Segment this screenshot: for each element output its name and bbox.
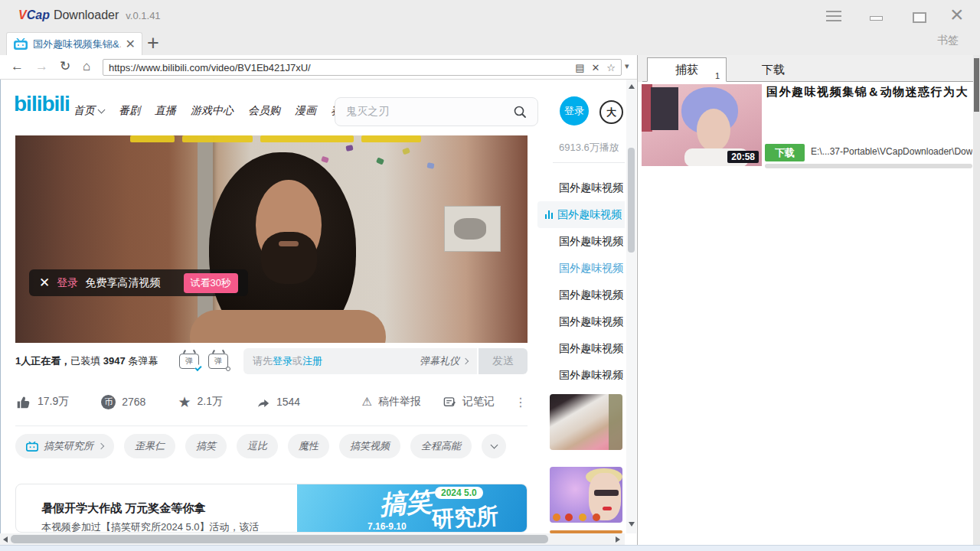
url-text[interactable]: https://www.bilibili.com/video/BV1Eb421J…: [109, 62, 568, 73]
bookmark-star-icon[interactable]: ☆: [606, 63, 616, 73]
danmaku-input[interactable]: 请先 登录 或 注册 弹幕礼仪: [243, 348, 477, 374]
star-icon: ★: [178, 395, 191, 409]
overlay-login-link[interactable]: 登录: [57, 276, 78, 290]
note-button[interactable]: 记笔记: [443, 395, 495, 409]
title-bar: VCapDownloaderv.0.1.41 × 书签 国外趣味视频集锦&… ✕…: [0, 0, 980, 55]
tab-capture[interactable]: 捕获 1: [647, 57, 727, 82]
more-options-icon[interactable]: ⋮: [514, 395, 528, 409]
danmaku-etiquette-link[interactable]: 弹幕礼仪: [420, 354, 468, 368]
new-tab-button[interactable]: +: [147, 32, 159, 54]
nav-item-shop[interactable]: 会员购: [248, 104, 280, 118]
search-icon[interactable]: [513, 105, 527, 119]
tags-row: 搞笑研究所 歪果仁 搞笑 逗比 魔性 搞笑视频 全程高能: [15, 434, 536, 458]
playlist-item[interactable]: 国外趣味视频: [537, 174, 625, 201]
tag-item[interactable]: 搞笑: [185, 434, 227, 458]
overlay-close-icon[interactable]: ✕: [39, 276, 50, 289]
video-player[interactable]: [15, 135, 528, 343]
capture-count-badge: 1: [715, 71, 720, 80]
chevron-down-icon: [490, 442, 498, 449]
playlist-item-watched[interactable]: 国外趣味视频: [537, 255, 625, 282]
danmaku-bar: 1人正在看，已装填 3947 条弹幕 弹 弹 请先 登录 或 注册 弹幕礼仪 发…: [15, 348, 528, 374]
panel-scrollbar[interactable]: [973, 55, 980, 545]
tag-item[interactable]: 魔性: [288, 434, 329, 458]
download-progress-track: [765, 164, 972, 168]
danmaku-toggle-icon[interactable]: 弹: [179, 354, 199, 369]
danmaku-placeholder: 请先: [253, 354, 273, 368]
bilibili-favicon-icon: [13, 38, 28, 51]
horizontal-scrollbar-thumb[interactable]: [11, 535, 548, 543]
video-person-shoulders: [190, 310, 386, 343]
playlist-item[interactable]: 国外趣味视频: [537, 362, 625, 380]
forward-button[interactable]: →: [35, 58, 48, 75]
nav-item-live[interactable]: 直播: [155, 104, 176, 118]
favorite-button[interactable]: ★ 2.1万: [178, 395, 223, 409]
brand-name: Downloader: [54, 8, 119, 21]
video-caption-remnant: [130, 135, 175, 142]
back-button[interactable]: ←: [11, 58, 24, 75]
thumbs-up-icon: [15, 394, 31, 409]
tag-item[interactable]: 歪果仁: [124, 434, 175, 458]
scroll-left-icon[interactable]: [3, 536, 8, 543]
panel-scrollbar-thumb[interactable]: [974, 58, 979, 112]
bilibili-logo[interactable]: bilibili: [14, 92, 70, 116]
nav-item-home[interactable]: 首页: [74, 104, 104, 118]
refresh-button[interactable]: ↻: [60, 58, 70, 75]
like-button[interactable]: 17.9万: [15, 394, 69, 409]
coin-button[interactable]: 币 2768: [101, 395, 145, 409]
stop-icon[interactable]: ✕: [591, 63, 599, 73]
playlist-item[interactable]: 国外趣味视频: [537, 282, 625, 308]
nav-item-manga[interactable]: 漫画: [295, 104, 316, 118]
home-button[interactable]: ⌂: [83, 58, 90, 75]
tags-expand-button[interactable]: [482, 434, 506, 458]
window-bottom-edge: [0, 545, 980, 551]
favorite-count: 2.1万: [197, 395, 222, 409]
close-tab-icon[interactable]: ✕: [126, 38, 136, 51]
danmaku-settings-icon[interactable]: 弹: [208, 354, 228, 369]
nav-item-game-center[interactable]: 游戏中心: [191, 104, 234, 118]
banner-description: 本视频参加过【搞笑研究所2024 5.0】活动，该活: [41, 520, 260, 533]
url-dropdown-icon[interactable]: ▾: [625, 61, 629, 71]
now-playing-icon: [545, 210, 553, 219]
nav-item-anime[interactable]: 番剧: [119, 104, 140, 118]
scroll-right-icon[interactable]: [616, 536, 620, 543]
related-video-thumbnail[interactable]: [550, 394, 622, 450]
minimize-button[interactable]: [870, 16, 883, 21]
chevron-right-icon: [462, 358, 469, 364]
search-box[interactable]: 鬼灭之刃: [335, 97, 538, 126]
close-window-button[interactable]: ×: [950, 2, 964, 28]
activity-banner[interactable]: 暑假开学大作战 万元奖金等你拿 本视频参加过【搞笑研究所2024 5.0】活动，…: [15, 484, 528, 533]
playlist-item[interactable]: 国外趣味视频: [537, 228, 625, 255]
share-button[interactable]: 1544: [255, 395, 300, 409]
danmaku-login-link[interactable]: 登录: [273, 354, 292, 368]
trial-button[interactable]: 试看30秒: [184, 273, 238, 293]
hamburger-menu-icon[interactable]: [826, 11, 841, 21]
coin-count: 2768: [122, 396, 145, 408]
save-page-icon[interactable]: ▤: [575, 63, 584, 73]
scroll-down-icon[interactable]: [629, 522, 635, 527]
vertical-scrollbar-thumb[interactable]: [628, 148, 635, 253]
note-icon: [443, 396, 456, 409]
related-video-thumbnail[interactable]: [550, 467, 622, 523]
report-button[interactable]: ⚠ 稿件举报: [362, 395, 421, 409]
send-button[interactable]: 发送: [479, 348, 528, 374]
tab-download[interactable]: 下载: [727, 57, 820, 82]
vip-icon[interactable]: 大: [599, 100, 623, 124]
browser-tab[interactable]: 国外趣味视频集锦&… ✕: [6, 32, 142, 55]
tag-studio[interactable]: 搞笑研究所: [15, 434, 114, 458]
tag-item[interactable]: 搞笑视频: [339, 434, 400, 458]
danmaku-register-link[interactable]: 注册: [302, 354, 322, 368]
scroll-up-icon[interactable]: [629, 84, 635, 89]
maximize-button[interactable]: [913, 12, 926, 23]
tag-item[interactable]: 全程高能: [410, 434, 472, 458]
download-button[interactable]: 下载: [765, 144, 805, 161]
playlist-item[interactable]: 国外趣味视频: [537, 335, 625, 362]
captured-video-thumbnail[interactable]: 20:58: [642, 84, 762, 166]
url-bar[interactable]: https://www.bilibili.com/video/BV1Eb421J…: [103, 59, 622, 76]
banner-art-badge: 2024 5.0: [435, 487, 483, 499]
brand-v: V: [18, 8, 27, 21]
tag-item[interactable]: 逗比: [237, 434, 278, 458]
bookmarks-button[interactable]: 书签: [937, 34, 959, 47]
playlist-item-active[interactable]: 国外趣味视频: [537, 201, 625, 228]
login-button[interactable]: 登录: [560, 96, 589, 126]
playlist-item[interactable]: 国外趣味视频: [537, 308, 625, 335]
